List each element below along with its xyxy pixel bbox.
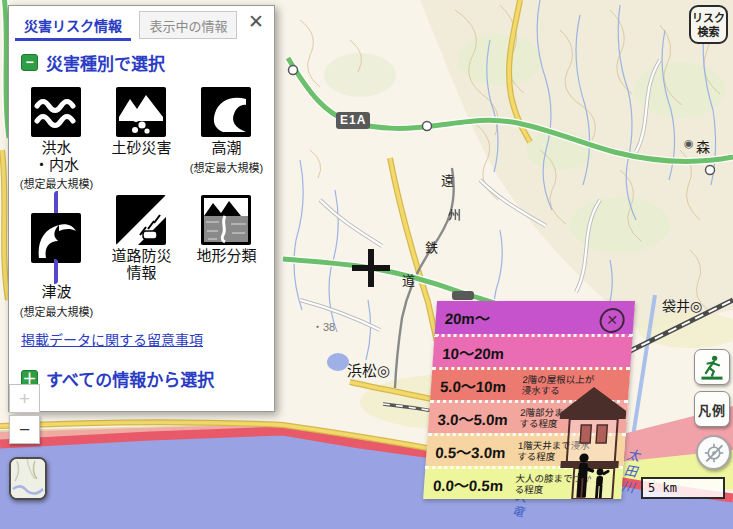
- location-disabled-icon: [701, 440, 727, 466]
- section-header: − 災害種別で選択: [21, 50, 274, 75]
- disaster-type-landform[interactable]: 地形分類: [196, 191, 256, 319]
- landslide-icon: [116, 87, 166, 137]
- risk-search-line1: リスク: [691, 12, 726, 26]
- close-icon[interactable]: ✕: [248, 12, 264, 32]
- panel-tabs: 災害リスク情報 表示中の情報 ✕: [9, 6, 274, 38]
- all-info-label: すべての情報から選択: [46, 366, 214, 391]
- risk-search-button[interactable]: リスク 検索: [689, 5, 728, 44]
- tsunami-depth-legend: 20m〜 ✕ 10〜20m 5.0〜10m 2階の屋根以上が浸水する 3.0〜5…: [423, 301, 635, 499]
- section-title: 災害種別で選択: [46, 50, 165, 75]
- current-location-button[interactable]: [696, 435, 731, 470]
- legend-row: 3.0〜5.0m 2階部分まで浸水する程度: [428, 400, 628, 433]
- legend-range: 0.5〜3.0m: [435, 441, 518, 462]
- data-notice-link[interactable]: 掲載データに関する留意事項: [21, 329, 274, 349]
- map-scale-bar: 5 km: [641, 477, 725, 499]
- legend-row: 20m〜 ✕: [435, 301, 635, 334]
- legend-desc: 2階の屋根以上が浸水する: [521, 374, 601, 396]
- town-symbol-mori: ◉: [684, 137, 694, 150]
- disaster-type-label: 洪水 ・内水: [20, 140, 93, 173]
- zoom-in-button[interactable]: +: [9, 384, 40, 413]
- disaster-type-label: 津波: [20, 284, 93, 301]
- city-label-fukuroi: 袋井◎: [662, 295, 702, 315]
- railway-name-char: 道: [402, 270, 415, 289]
- disaster-type-note: (想定最大規模): [190, 159, 263, 175]
- zoom-out-button[interactable]: −: [9, 415, 40, 444]
- legend-range: 10〜20m: [442, 342, 525, 363]
- elevation-point-label: ・38: [312, 318, 335, 334]
- city-label-hamamatsu: 浜松◎: [347, 359, 390, 380]
- landform-icon: [201, 195, 251, 245]
- legend-desc: 1階天井まで浸水する程度: [517, 440, 597, 462]
- railway-name-char: 遠: [441, 170, 454, 189]
- disaster-type-flood[interactable]: 洪水 ・内水 (想定最大規模): [20, 83, 93, 191]
- legend-button-label: 凡例: [698, 400, 726, 419]
- expressway-badge-e1a: E1A: [336, 112, 370, 129]
- road-disaster-icon: [116, 195, 166, 245]
- railway-name-char: 鉄: [425, 237, 438, 256]
- legend-button[interactable]: 凡例: [694, 391, 730, 427]
- disaster-risk-info-panel: 災害リスク情報 表示中の情報 ✕ − 災害種別で選択 洪水 ・内水 (想定最大規…: [8, 5, 275, 412]
- legend-row: 5.0〜10m 2階の屋根以上が浸水する: [430, 367, 630, 400]
- storm-surge-icon: [201, 87, 251, 137]
- town-label-mori: 森: [696, 136, 710, 156]
- legend-range: 0.0〜0.5m: [432, 474, 515, 495]
- railway-name-char: 州: [448, 204, 461, 223]
- disaster-type-tsunami[interactable]: 津波 (想定最大規模): [20, 191, 93, 319]
- tab-disaster-risk-info[interactable]: 災害リスク情報: [15, 11, 131, 41]
- running-person-icon: [698, 353, 726, 381]
- legend-close-icon[interactable]: ✕: [599, 308, 626, 333]
- disaster-type-label: 高潮: [190, 140, 263, 157]
- collapse-minus-icon[interactable]: −: [21, 54, 38, 71]
- disaster-type-storm-surge[interactable]: 高潮 (想定最大規模): [190, 83, 263, 191]
- legend-row: 0.5〜3.0m 1階天井まで浸水する程度: [425, 433, 625, 466]
- disaster-type-label: 道路防災 情報: [111, 248, 171, 281]
- disaster-type-grid: 洪水 ・内水 (想定最大規模) 土砂災害 高潮 (想定最大規模: [14, 83, 274, 319]
- tab-displayed-info[interactable]: 表示中の情報: [139, 11, 237, 39]
- legend-row: 10〜20m: [432, 334, 632, 367]
- select-from-all-info[interactable]: ＋ すべての情報から選択: [21, 366, 274, 391]
- disaster-type-note: (想定最大規模): [20, 303, 93, 319]
- evacuation-site-button[interactable]: [694, 349, 730, 385]
- disaster-type-road[interactable]: 道路防災 情報: [111, 191, 171, 319]
- disaster-type-label: 土砂災害: [111, 140, 171, 157]
- map-center-crosshair: [368, 249, 374, 287]
- risk-search-line2: 検索: [691, 26, 726, 40]
- legend-range: 3.0〜5.0m: [437, 408, 520, 429]
- legend-range: 5.0〜10m: [439, 375, 522, 396]
- legend-range: 20m〜: [444, 307, 527, 328]
- overview-minimap-button[interactable]: [9, 457, 47, 500]
- disaster-type-landslide[interactable]: 土砂災害: [111, 83, 171, 191]
- legend-desc: 大人の膝までつかる程度: [514, 473, 594, 495]
- disaster-type-label: 地形分類: [196, 248, 256, 265]
- disaster-type-note: (想定最大規模): [20, 175, 93, 191]
- minimap-thumbnail: [11, 459, 45, 498]
- tsunami-selected-border: [20, 191, 93, 284]
- legend-row: 0.0〜0.5m 大人の膝までつかる程度: [423, 466, 623, 499]
- tsunami-icon: [31, 213, 81, 263]
- legend-desc: 2階部分まで浸水する程度: [519, 407, 599, 429]
- flood-icon: [31, 87, 81, 137]
